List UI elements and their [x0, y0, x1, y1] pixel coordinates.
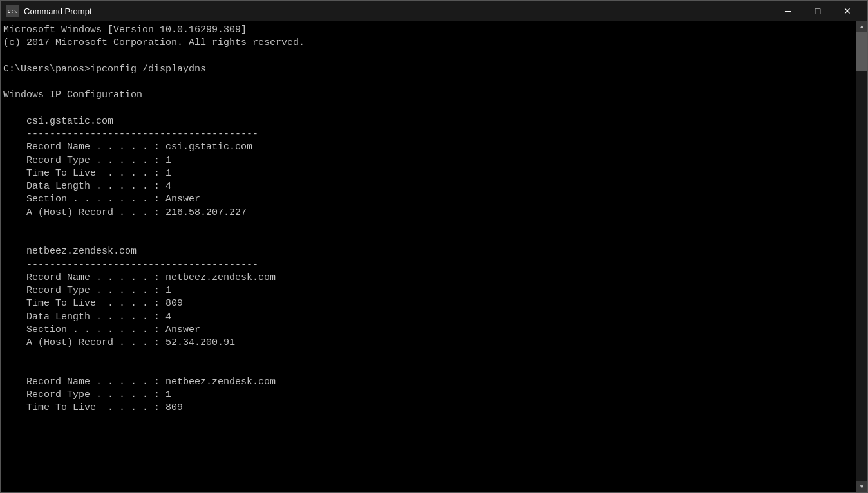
window-icon: C:\: [6, 5, 19, 17]
scrollbar[interactable]: ▲ ▼: [856, 21, 867, 492]
minimize-button[interactable]: ─: [773, 1, 803, 21]
scroll-up-button[interactable]: ▲: [856, 21, 867, 32]
scrollbar-track-area[interactable]: [856, 32, 867, 481]
command-prompt-window: C:\ Command Prompt ─ □ ✕ Microsoft Windo…: [0, 0, 868, 493]
console-area: Microsoft Windows [Version 10.0.16299.30…: [1, 21, 867, 492]
title-bar: C:\ Command Prompt ─ □ ✕: [1, 1, 867, 21]
window-controls: ─ □ ✕: [773, 1, 862, 21]
console-output[interactable]: Microsoft Windows [Version 10.0.16299.30…: [1, 21, 856, 492]
close-button[interactable]: ✕: [833, 1, 862, 21]
scrollbar-thumb[interactable]: [856, 32, 867, 71]
window-title: Command Prompt: [24, 6, 773, 16]
scroll-down-button[interactable]: ▼: [856, 481, 867, 492]
maximize-button[interactable]: □: [803, 1, 833, 21]
